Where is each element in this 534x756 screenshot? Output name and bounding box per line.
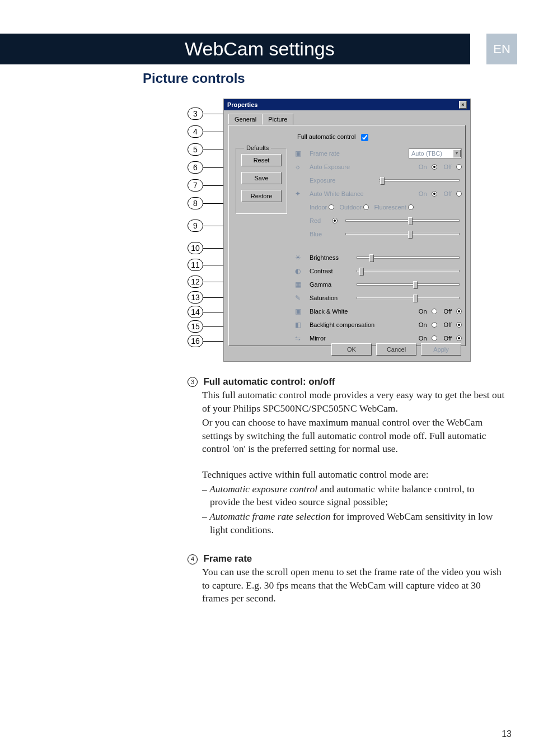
callout-6: 6 <box>188 161 203 174</box>
cancel-button[interactable]: Cancel <box>376 343 416 356</box>
awb-fluorescent-radio[interactable] <box>408 204 414 210</box>
callout-8: 8 <box>188 197 203 209</box>
bw-label: Black & White <box>310 308 377 315</box>
auto-exposure-off-radio[interactable] <box>456 164 462 170</box>
auto-exposure-on-radio[interactable] <box>432 164 437 170</box>
saturation-row: ✎ Saturation <box>293 291 462 305</box>
page-title: WebCam settings <box>185 38 335 60</box>
defaults-legend: Defaults <box>244 144 271 151</box>
reset-button[interactable]: Reset <box>241 154 282 166</box>
mirror-on-radio[interactable] <box>432 335 437 341</box>
bw-icon: ▣ <box>293 306 303 316</box>
backlight-label: Backlight compensation <box>310 321 394 328</box>
header-bar: WebCam settings <box>0 34 470 64</box>
auto-exposure-row: ☼ Auto Exposure On Off <box>293 160 462 174</box>
auto-exposure-label: Auto Exposure <box>310 164 377 170</box>
red-slider[interactable] <box>345 220 460 222</box>
callout-12: 12 <box>188 276 203 288</box>
callout-3: 3 <box>188 108 203 120</box>
exposure-row: Exposure <box>293 174 462 187</box>
defaults-group: Defaults Reset Save Restore <box>236 148 287 214</box>
frame-rate-icon: ▣ <box>293 148 303 158</box>
tab-picture[interactable]: Picture <box>262 114 293 125</box>
mirror-off-radio[interactable] <box>456 335 462 341</box>
tab-general[interactable]: General <box>228 114 263 124</box>
s3-b2-term: Automatic frame rate selection <box>209 511 330 522</box>
full-automatic-control-checkbox[interactable] <box>361 134 368 141</box>
awb-on-radio[interactable] <box>432 191 437 197</box>
s3-p3: Techniques active within full automatic … <box>188 468 507 482</box>
awb-outdoor-label: Outdoor <box>339 204 362 211</box>
awb-indoor-radio[interactable] <box>329 204 334 210</box>
mirror-on-label: On <box>419 335 427 342</box>
awb-off-label: Off <box>444 190 452 197</box>
awb-row: ✦ Auto White Balance On Off <box>293 187 462 200</box>
tab-body: Full automatic control Defaults Reset Sa… <box>228 125 466 346</box>
callout-15: 15 <box>188 320 203 333</box>
exposure-label: Exposure <box>310 177 377 184</box>
s3-p2: Or you can choose to have maximum manual… <box>188 416 507 456</box>
s4-p1: You can use the scroll open menu to set … <box>188 566 507 605</box>
backlight-icon: ◧ <box>293 320 303 330</box>
apply-button[interactable]: Apply <box>421 343 461 356</box>
red-label: Red <box>310 217 332 224</box>
bw-row: ▣ Black & White On Off <box>293 305 462 318</box>
backlight-off-label: Off <box>444 321 452 328</box>
blue-row: Blue <box>293 227 462 241</box>
callout-10: 10 <box>188 242 203 254</box>
full-automatic-control-label: Full automatic control <box>297 133 356 140</box>
auto-exposure-off-label: Off <box>444 164 452 170</box>
white-balance-icon: ✦ <box>293 189 303 199</box>
awb-outdoor-radio[interactable] <box>363 204 369 210</box>
saturation-icon: ✎ <box>293 293 303 303</box>
s3-b1-term: Automatic exposure control <box>209 483 317 494</box>
bw-on-radio[interactable] <box>432 309 437 314</box>
bw-off-label: Off <box>444 308 452 315</box>
frame-rate-label: Frame rate <box>310 150 377 157</box>
s3-p1: This full automatic control mode provide… <box>188 389 507 415</box>
callout-7: 7 <box>188 179 203 192</box>
auto-exposure-on-label: On <box>419 164 427 170</box>
mirror-icon: ⇋ <box>293 333 303 343</box>
save-button[interactable]: Save <box>241 172 282 184</box>
circled-4: 4 <box>188 554 198 564</box>
body-text: 3 Full automatic control: on/off This fu… <box>188 375 507 614</box>
awb-fluorescent-label: Fluorescent <box>374 204 406 211</box>
bw-off-radio[interactable] <box>456 309 462 314</box>
gamma-slider[interactable] <box>357 283 460 286</box>
red-row: Red <box>293 214 462 227</box>
contrast-label: Contrast <box>310 268 354 274</box>
awb-off-radio[interactable] <box>456 191 462 197</box>
full-automatic-control-row: Full automatic control <box>297 133 368 141</box>
brightness-slider[interactable] <box>357 256 460 259</box>
saturation-slider[interactable] <box>357 297 460 299</box>
frame-rate-row: ▣ Frame rate Auto (TBC) ▼ <box>293 147 462 160</box>
dialog-titlebar: Properties × <box>224 99 470 110</box>
blue-slider[interactable] <box>345 233 460 235</box>
awb-label: Auto White Balance <box>310 190 382 197</box>
backlight-on-radio[interactable] <box>432 322 437 328</box>
gamma-icon: ▦ <box>293 279 303 290</box>
properties-dialog: Properties × GeneralPicture Full automat… <box>223 99 471 362</box>
chevron-down-icon[interactable]: ▼ <box>453 150 461 157</box>
exposure-slider[interactable] <box>379 179 460 181</box>
callout-16: 16 <box>188 335 203 347</box>
brightness-label: Brightness <box>310 254 354 261</box>
frame-rate-value: Auto (TBC) <box>411 150 442 157</box>
callout-4: 4 <box>188 125 203 138</box>
restore-button[interactable]: Restore <box>241 190 282 202</box>
section-title: Picture controls <box>143 71 245 86</box>
callout-9: 9 <box>188 220 203 232</box>
backlight-off-radio[interactable] <box>456 322 462 328</box>
ok-button[interactable]: OK <box>331 343 372 356</box>
contrast-slider[interactable] <box>357 270 460 272</box>
mirror-label: Mirror <box>310 335 377 342</box>
frame-rate-dropdown[interactable]: Auto (TBC) ▼ <box>409 148 462 158</box>
controls-column: ▣ Frame rate Auto (TBC) ▼ ☼ Auto Exposur… <box>293 147 462 345</box>
mirror-off-label: Off <box>444 335 452 342</box>
bw-on-label: On <box>419 308 427 315</box>
close-icon[interactable]: × <box>459 101 467 109</box>
red-radio[interactable] <box>332 218 338 223</box>
contrast-icon: ◐ <box>293 266 303 276</box>
backlight-row: ◧ Backlight compensation On Off <box>293 318 462 332</box>
